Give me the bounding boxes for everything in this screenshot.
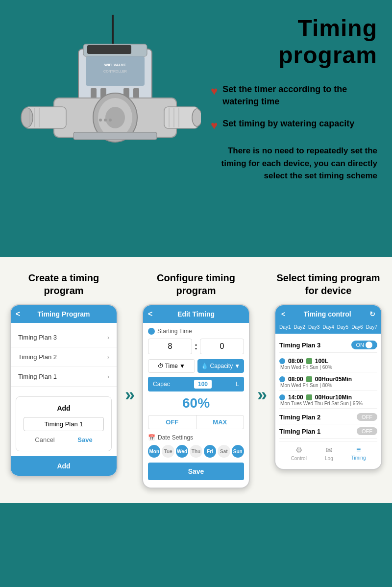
back-btn-1[interactable]: < — [16, 310, 20, 318]
refresh-icon[interactable]: ↻ — [369, 310, 375, 318]
max-button[interactable]: MAX — [196, 416, 244, 429]
nav-control[interactable]: ⚙ Control — [291, 445, 307, 461]
starting-time-label: Starting Time — [148, 328, 244, 335]
svg-point-16 — [21, 108, 33, 127]
log-icon: ✉ — [326, 445, 332, 455]
day-fri[interactable]: Fri — [204, 445, 216, 458]
day-wed[interactable]: Wed — [176, 445, 188, 458]
clock-icon-small: ⏱ — [158, 363, 164, 369]
minute-input[interactable]: 0 — [200, 339, 244, 354]
day-tab-2[interactable]: Day2 — [292, 323, 306, 331]
heart-icon-1: ♥ — [211, 84, 218, 98]
right-content: Timing program ♥ Set the timer according… — [201, 10, 377, 182]
off-max-row: OFF MAX — [148, 415, 244, 429]
off-button[interactable]: OFF — [148, 416, 196, 429]
timing-control-body: Timing Plan 3 ON 08:00 100L — [275, 334, 381, 469]
control-icon: ⚙ — [295, 445, 302, 455]
cancel-button[interactable]: Cancel — [35, 436, 54, 443]
schedule-item-3-bottom: Mon Tues Wed Thu Fri Sat Sun | 95% — [279, 401, 377, 406]
cap-icon-2 — [306, 376, 312, 382]
svg-point-14 — [105, 107, 125, 128]
back-btn-3[interactable]: < — [281, 310, 285, 318]
schedule-item-1-top: 08:00 100L — [279, 358, 377, 365]
capacity-bar-value[interactable]: 100 — [194, 380, 212, 389]
phone-1-header: < Timing Program — [11, 305, 117, 323]
selectors-row: ⏱ Time ▼ 💧 Capacity ▼ — [148, 359, 244, 373]
add-modal-btns: Cancel Save — [24, 436, 104, 443]
day-tab-3[interactable]: Day3 — [307, 323, 321, 331]
plan-2-name: Timing Plan 2 — [279, 414, 320, 421]
time-icon-1 — [279, 358, 285, 364]
add-bar[interactable]: Add — [11, 456, 117, 476]
schedule-item-1: 08:00 100L Mon Wed Fri Sun | 60% — [279, 356, 377, 372]
nav-log[interactable]: ✉ Log — [325, 445, 333, 461]
edit-timing-body: Starting Time 8 : 0 ⏱ Time ▼ — [143, 323, 249, 488]
schedule-item-2-bottom: Mon Wed Fri Sun | 80% — [279, 383, 377, 388]
plan-2-toggle[interactable]: OFF — [357, 413, 377, 421]
plan-1-name: Timing Plan 1 — [279, 428, 320, 435]
timing-list-item-2[interactable]: Timing Plan 2 › — [11, 347, 117, 367]
timing-icon: ≡ — [356, 445, 361, 454]
svg-point-25 — [99, 119, 102, 122]
step-2-title: Configure timing program — [142, 271, 250, 297]
days-row: Mon Tue Wed Thu Fri Sat Sun — [148, 445, 244, 458]
schedule-item-3: 14:00 00Hour10Min Mon Tues Wed Thu Fri S… — [279, 392, 377, 409]
time-selector[interactable]: ⏱ Time ▼ — [148, 359, 195, 373]
nav-timing[interactable]: ≡ Timing — [351, 445, 366, 461]
phone-1-header-title: Timing Program — [37, 310, 90, 318]
svg-rect-7 — [91, 88, 97, 98]
day-tab-1[interactable]: Day1 — [278, 323, 292, 331]
day-mon[interactable]: Mon — [148, 445, 160, 458]
svg-text:WIFI VALVE: WIFI VALVE — [104, 63, 126, 67]
plan-1-toggle[interactable]: OFF — [357, 427, 377, 435]
day-thu[interactable]: Thu — [190, 445, 202, 458]
day-sun[interactable]: Sun — [232, 445, 244, 458]
timing-plan-input[interactable] — [24, 417, 104, 431]
day-tab-4[interactable]: Day4 — [321, 323, 335, 331]
day-sat[interactable]: Sat — [218, 445, 230, 458]
hour-input[interactable]: 8 — [148, 339, 192, 354]
capacity-bar: Capac 100 L — [148, 377, 244, 391]
timing-list: Timing Plan 3 › Timing Plan 2 › Timing P… — [11, 323, 117, 391]
save-button-full[interactable]: Save — [148, 463, 244, 480]
day-tab-6[interactable]: Day6 — [350, 323, 364, 331]
day-tue[interactable]: Tue — [162, 445, 174, 458]
phone-1-body: Timing Plan 3 › Timing Plan 2 › Timing P… — [11, 323, 117, 476]
back-btn-2[interactable]: < — [148, 310, 152, 318]
date-settings-label: 📅 Date Settings — [148, 434, 244, 441]
toggle-circle-3 — [366, 342, 372, 348]
step-1-title: Create a timing program — [10, 271, 118, 297]
add-modal-title: Add — [24, 404, 104, 412]
svg-rect-28 — [74, 132, 157, 140]
feature-text-1: Set the timer according to the watering … — [222, 83, 377, 108]
calendar-icon: 📅 — [148, 434, 155, 441]
percent-display: 60% — [148, 395, 244, 411]
phone-1: < Timing Program Timing Plan 3 › Timing … — [10, 304, 118, 477]
capacity-icon: 💧 — [201, 363, 208, 369]
time-inputs: 8 : 0 — [148, 339, 244, 354]
device-svg: WIFI VALVE CONTROLLER — [15, 10, 201, 240]
timing-list-item-3[interactable]: Timing Plan 1 › — [11, 367, 117, 387]
svg-point-26 — [104, 119, 107, 122]
arrow-3: › — [107, 373, 109, 380]
svg-rect-10 — [133, 88, 139, 98]
timing-control-title: Timing control — [304, 310, 351, 318]
plan-3-toggle[interactable]: ON — [351, 341, 378, 349]
bottom-section: Create a timing program < Timing Program… — [0, 257, 392, 503]
timing-list-item-1[interactable]: Timing Plan 3 › — [11, 328, 117, 347]
step-3-title: Select timing program for device — [274, 271, 382, 297]
plan-3-name: Timing Plan 3 — [279, 342, 320, 349]
save-button-modal[interactable]: Save — [77, 436, 92, 443]
plan-1-row: Timing Plan 1 OFF — [279, 424, 377, 439]
capacity-selector[interactable]: 💧 Capacity ▼ — [197, 359, 245, 373]
day-tab-5[interactable]: Day5 — [336, 323, 350, 331]
feature-item-1: ♥ Set the timer according to the waterin… — [211, 83, 377, 108]
step-2: Configure timing program < Edit Timing S… — [142, 271, 250, 489]
feature-item-2: ♥ Set timing by watering capacity — [211, 118, 377, 132]
day-tab-7[interactable]: Day7 — [365, 323, 379, 331]
phone-2: < Edit Timing Starting Time 8 : 0 — [142, 304, 250, 489]
svg-rect-3 — [87, 45, 131, 54]
step-1: Create a timing program < Timing Program… — [10, 271, 118, 477]
time-icon-3 — [279, 394, 285, 400]
phone-2-header: < Edit Timing — [143, 305, 249, 323]
